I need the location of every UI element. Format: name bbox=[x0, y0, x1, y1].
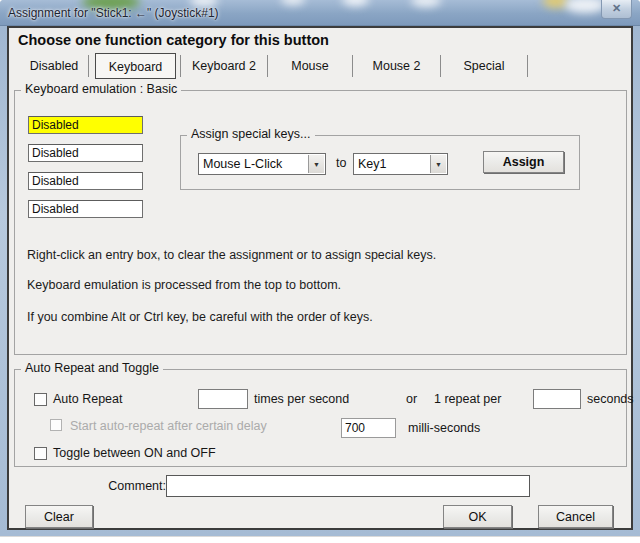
tab-keyboard-2[interactable]: Keyboard 2 bbox=[181, 53, 267, 79]
ok-button[interactable]: OK bbox=[443, 505, 512, 528]
toggle-label: Toggle between ON and OFF bbox=[53, 446, 216, 460]
close-icon: ✕ bbox=[612, 2, 621, 14]
or-label: or bbox=[406, 392, 417, 406]
window-title: Assignment for "Stick1: ←" (Joystick#1) bbox=[8, 6, 219, 20]
toggle-checkbox[interactable] bbox=[34, 447, 47, 460]
dialog-heading: Choose one function category for this bu… bbox=[18, 32, 329, 48]
tab-disabled[interactable]: Disabled bbox=[20, 53, 88, 79]
auto-repeat-label: Auto Repeat bbox=[53, 392, 123, 406]
times-per-second-label: times per second bbox=[254, 392, 349, 406]
key-entry-box-4[interactable]: Disabled bbox=[28, 200, 143, 218]
clear-button[interactable]: Clear bbox=[25, 505, 93, 528]
seconds-label: seconds bbox=[587, 392, 634, 406]
tab-mouse[interactable]: Mouse bbox=[268, 53, 352, 79]
delay-checkbox bbox=[50, 419, 62, 431]
delay-input[interactable] bbox=[341, 418, 396, 438]
note-alt-ctrl: If you combine Alt or Ctrl key, be caref… bbox=[27, 310, 373, 324]
repeat-per-label: 1 repeat per bbox=[434, 392, 501, 406]
auto-repeat-group: Auto Repeat and Toggle Auto Repeat times… bbox=[14, 369, 627, 467]
dialog-client-area: Choose one function category for this bu… bbox=[7, 26, 633, 530]
desktop-blur-blob bbox=[565, 0, 605, 13]
close-button[interactable]: ✕ bbox=[601, 0, 632, 19]
note-processing-order: Keyboard emulation is processed from the… bbox=[27, 278, 341, 292]
tab-separator bbox=[352, 55, 353, 77]
assign-special-keys-title: Assign special keys... bbox=[187, 127, 315, 141]
milli-seconds-label: milli-seconds bbox=[408, 421, 480, 435]
key-entry-box-3[interactable]: Disabled bbox=[28, 172, 143, 190]
comment-label: Comment: bbox=[108, 479, 166, 493]
desktop-blur-blob bbox=[342, 0, 369, 6]
assign-to-label: to bbox=[336, 156, 346, 170]
key-entry-box-1[interactable]: Disabled bbox=[28, 116, 143, 134]
cancel-button[interactable]: Cancel bbox=[538, 505, 613, 528]
chevron-down-icon[interactable]: ▼ bbox=[430, 155, 446, 173]
special-key-source-value: Mouse L-Click bbox=[203, 157, 306, 171]
key-entry-box-2[interactable]: Disabled bbox=[28, 144, 143, 162]
tab-separator bbox=[440, 55, 441, 77]
special-key-target-dropdown[interactable]: Key1 ▼ bbox=[353, 153, 448, 175]
tab-keyboard[interactable]: Keyboard bbox=[95, 53, 176, 79]
tab-separator bbox=[527, 55, 528, 77]
special-key-target-value: Key1 bbox=[358, 157, 428, 171]
desktop-blur-blob bbox=[411, 0, 441, 7]
chevron-down-icon[interactable]: ▼ bbox=[308, 155, 324, 173]
tab-mouse-2[interactable]: Mouse 2 bbox=[353, 53, 440, 79]
auto-repeat-checkbox[interactable] bbox=[34, 393, 47, 406]
seconds-input[interactable] bbox=[533, 389, 581, 409]
tab-separator bbox=[88, 55, 89, 77]
assign-button[interactable]: Assign bbox=[483, 151, 564, 173]
delay-label: Start auto-repeat after certain delay bbox=[70, 419, 267, 433]
assign-special-keys-group: Assign special keys... Mouse L-Click ▼ t… bbox=[180, 135, 580, 190]
tab-separator bbox=[180, 55, 181, 77]
window-titlebar[interactable]: Assignment for "Stick1: ←" (Joystick#1) bbox=[0, 0, 640, 26]
tab-special[interactable]: Special bbox=[441, 53, 527, 79]
times-per-second-input[interactable] bbox=[198, 389, 248, 409]
note-right-click: Right-click an entry box, to clear the a… bbox=[27, 248, 436, 262]
comment-input[interactable] bbox=[166, 475, 530, 497]
special-key-source-dropdown[interactable]: Mouse L-Click ▼ bbox=[198, 153, 326, 175]
desktop-blur-blob bbox=[281, 0, 305, 5]
tab-separator bbox=[267, 55, 268, 77]
keyboard-emulation-group-title: Keyboard emulation : Basic bbox=[21, 82, 181, 96]
auto-repeat-group-title: Auto Repeat and Toggle bbox=[21, 361, 163, 375]
background-page-strip bbox=[0, 536, 640, 543]
